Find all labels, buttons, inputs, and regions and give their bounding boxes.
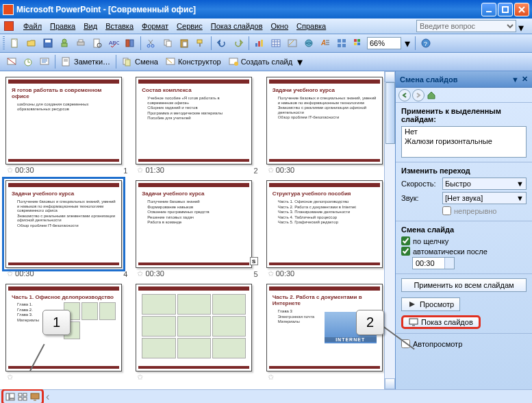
save-icon[interactable] xyxy=(40,36,55,51)
slideshow-view-icon[interactable] xyxy=(29,391,41,402)
spinner-buttons[interactable] xyxy=(444,258,454,269)
undo-icon[interactable] xyxy=(214,36,229,51)
transition-button[interactable]: Смена xyxy=(119,56,161,67)
apply-label: Применить к выделенным слайдам: xyxy=(401,107,527,123)
transition-list[interactable]: Нет Жалюзи горизонтальные xyxy=(401,126,527,158)
transition-item[interactable]: Жалюзи горизонтальные xyxy=(402,136,526,146)
expand-all-icon[interactable]: A xyxy=(318,36,333,51)
chart-icon[interactable] xyxy=(252,36,267,51)
minimize-button[interactable] xyxy=(481,3,496,16)
slide-thumb[interactable]: Задачи учебного курсаПолучение базовых и… xyxy=(5,180,122,268)
menu-window[interactable]: Окно xyxy=(267,21,293,32)
permission-icon[interactable] xyxy=(57,36,72,51)
spelling-icon[interactable]: ABC xyxy=(106,36,121,51)
slide-meta: ✩ xyxy=(136,373,259,382)
hyperlink-icon[interactable] xyxy=(301,36,316,51)
time-value[interactable]: 00:30 xyxy=(413,258,444,269)
transition-item[interactable]: Нет xyxy=(402,127,526,136)
redo-icon[interactable] xyxy=(231,36,246,51)
tp-autoplay-section: Автопросмотр xyxy=(396,333,532,354)
slide-sorter-view[interactable]: Я готов работать в современном офисешабл… xyxy=(0,71,395,389)
scroll-thumb[interactable] xyxy=(385,82,395,144)
design-button[interactable]: Конструктор xyxy=(162,56,224,67)
loop-checkbox[interactable] xyxy=(442,206,451,215)
menu-edit[interactable]: Правка xyxy=(46,21,79,32)
time-spinner[interactable]: 00:30 xyxy=(412,257,455,269)
onclick-checkbox[interactable] xyxy=(401,236,410,245)
svg-rect-72 xyxy=(18,393,22,396)
copy-icon[interactable] xyxy=(160,36,175,51)
zoom-dropdown-icon[interactable]: ▾ xyxy=(403,36,412,51)
help-icon[interactable]: ? xyxy=(418,36,433,51)
menu-insert[interactable]: Вставка xyxy=(101,21,138,32)
slideshow-button[interactable]: Показ слайдов xyxy=(401,315,481,329)
nav-fwd-icon[interactable] xyxy=(412,89,425,101)
autoafter-checkbox[interactable] xyxy=(401,247,410,256)
scroll-down-icon[interactable] xyxy=(385,378,395,389)
vertical-scrollbar[interactable] xyxy=(384,71,395,389)
nav-home-icon[interactable] xyxy=(426,90,437,101)
slide-thumb[interactable] xyxy=(136,284,252,371)
autoafter-row[interactable]: автоматически после xyxy=(401,247,527,256)
normal-view-icon[interactable] xyxy=(4,391,16,402)
menu-help[interactable]: Справка xyxy=(292,21,330,32)
slide-thumb[interactable]: Я готов работать в современном офисешабл… xyxy=(5,77,122,164)
menu-format[interactable]: Формат xyxy=(138,21,173,32)
cut-icon[interactable] xyxy=(144,36,159,51)
onclick-row[interactable]: по щелчку xyxy=(401,236,527,245)
zoom-combo[interactable]: 66% xyxy=(367,37,401,49)
format-painter-icon[interactable] xyxy=(193,36,208,51)
toolbar-grip[interactable] xyxy=(3,36,5,50)
maximize-button[interactable] xyxy=(498,3,513,16)
nav-back-icon[interactable] xyxy=(398,89,411,101)
slide-number: 4 xyxy=(123,270,127,278)
slide-thumb[interactable]: Задачи учебного курсаПолучение базовых з… xyxy=(136,180,252,268)
ask-question-box[interactable]: Введите вопрос ▾ xyxy=(416,20,528,32)
hide-slide-icon[interactable] xyxy=(4,54,19,69)
print-icon[interactable] xyxy=(73,36,88,51)
apply-all-button[interactable]: Применить ко всем слайдам xyxy=(401,278,527,292)
taskpane-menu-icon[interactable]: ▼ xyxy=(511,75,519,84)
menu-file[interactable]: Файл xyxy=(19,21,46,32)
speed-select[interactable]: Быстро▼ xyxy=(442,178,527,190)
sorter-view-icon[interactable] xyxy=(16,391,29,402)
control-menu-icon[interactable] xyxy=(4,21,14,31)
new-file-icon[interactable] xyxy=(8,36,23,51)
toolbar-options-icon[interactable]: ▾ xyxy=(296,54,303,69)
slide-thumb[interactable]: Состав комплексаУчебное пособие «Я готов… xyxy=(136,77,252,164)
preview-icon[interactable] xyxy=(90,36,105,51)
scroll-up-icon[interactable] xyxy=(385,71,395,82)
slide-thumb[interactable]: Задачи учебного курсаПолучение базовых и… xyxy=(266,77,383,164)
preview-button[interactable]: Просмотр xyxy=(401,297,460,311)
slide-meta: ✩ 00:304 xyxy=(5,269,129,278)
table-icon[interactable] xyxy=(268,36,283,51)
research-icon[interactable] xyxy=(123,36,138,51)
svg-rect-44 xyxy=(357,39,360,42)
grid-icon[interactable] xyxy=(334,36,349,51)
tables-borders-icon[interactable] xyxy=(285,36,300,51)
new-slide-button[interactable]: Создать слайд xyxy=(225,56,295,67)
color-icon[interactable] xyxy=(351,36,366,51)
menu-view[interactable]: Вид xyxy=(79,21,101,32)
viewbar-separator: ‹ xyxy=(46,391,49,403)
open-icon[interactable] xyxy=(24,36,39,51)
slide-thumb[interactable]: Структура учебного пособияЧасть 1. Офисн… xyxy=(266,180,383,268)
ask-question-select[interactable]: Введите вопрос xyxy=(416,20,516,32)
notes-button[interactable]: Заметки… xyxy=(58,56,113,67)
menu-slideshow[interactable]: Показ слайдов xyxy=(207,21,267,32)
paste-icon[interactable] xyxy=(177,36,192,51)
summary-icon[interactable] xyxy=(37,54,52,69)
autoplay-row[interactable]: Автопросмотр xyxy=(401,339,527,348)
menu-dropdown-icon[interactable]: ▾ xyxy=(518,21,528,31)
sound-select[interactable]: [Нет звука]▼ xyxy=(442,192,527,204)
screen-icon xyxy=(409,318,418,326)
svg-rect-69 xyxy=(6,393,9,400)
play-icon xyxy=(407,300,417,308)
slide-title: Состав комплекса xyxy=(142,87,246,93)
menu-service[interactable]: Сервис xyxy=(173,21,207,32)
rehearse-icon[interactable] xyxy=(21,54,36,69)
loop-row[interactable]: непрерывно xyxy=(442,206,527,215)
slide-title: Я готов работать в современном офисе xyxy=(12,87,116,99)
close-button[interactable] xyxy=(514,3,529,16)
taskpane-close-icon[interactable]: ✕ xyxy=(522,75,528,84)
